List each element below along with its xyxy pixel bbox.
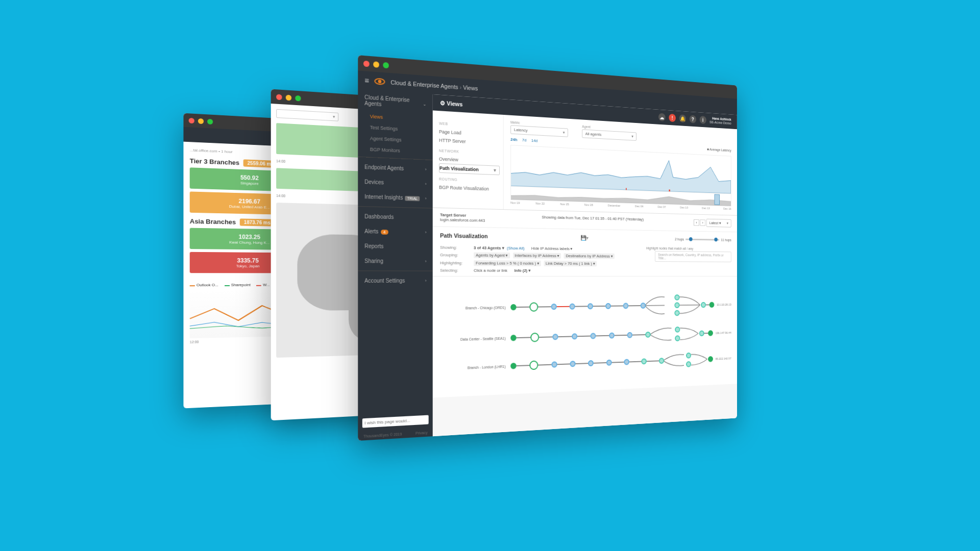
thousandeyes-logo-icon: [375, 78, 385, 85]
agent-select[interactable]: All agents: [582, 129, 636, 141]
hop-node[interactable]: [587, 303, 593, 309]
path-london: Branch - London (LHR1): [440, 349, 731, 380]
hamburger-icon[interactable]: ≡: [364, 76, 369, 85]
pv-filters: Highlight nodes that match all / any Sea…: [433, 242, 737, 277]
hop-node[interactable]: [553, 334, 558, 340]
hop-node[interactable]: [591, 333, 596, 339]
hop-node[interactable]: [686, 353, 691, 359]
hl-delay[interactable]: Link Delay > 70 ms ( 1 link ) ▾: [544, 261, 597, 266]
latency-chart[interactable]: [510, 145, 731, 194]
cloud-icon[interactable]: ☁: [658, 113, 666, 121]
vnav-path-visualization[interactable]: Path Visualization: [439, 163, 500, 175]
hop-node[interactable]: [659, 358, 664, 364]
hop-node[interactable]: [701, 302, 706, 308]
path-diagram[interactable]: Branch - Chicago (ORD1): [433, 277, 737, 398]
dropdown[interactable]: [276, 109, 338, 121]
agent-node[interactable]: [510, 335, 516, 341]
hop-node[interactable]: [624, 359, 629, 365]
tab-24h[interactable]: 24h: [510, 137, 517, 142]
hop-node[interactable]: [699, 331, 704, 337]
hop-node[interactable]: [642, 358, 647, 364]
latest-select[interactable]: Latest ▾: [706, 219, 731, 228]
sidebar-item-dashboards[interactable]: Dashboards: [358, 209, 433, 225]
hop-node[interactable]: [605, 303, 611, 309]
close-icon[interactable]: [276, 94, 282, 100]
main-content: ⚙ Views ☁ ! 🔔 ? i Hans AshlockSE-Acme De…: [433, 94, 737, 436]
hop-node[interactable]: [572, 333, 577, 339]
agent-node[interactable]: [510, 304, 516, 310]
svg-rect-0: [669, 190, 670, 192]
chevron-down-icon: ⌄: [423, 102, 426, 107]
user-label[interactable]: Hans AshlockSE-Acme Demo: [709, 116, 731, 126]
sidebar: Cloud & Enterprise Agents⌄ Views Test Se…: [358, 89, 433, 441]
latency-pill: 1873.76 ms: [240, 218, 274, 226]
info-dropdown[interactable]: Info (2) ▾: [514, 268, 530, 273]
minimize-icon[interactable]: [373, 61, 379, 68]
hop-node[interactable]: [570, 304, 575, 310]
grouping-interfaces[interactable]: Interfaces by IP Address ▾: [513, 253, 561, 259]
close-icon[interactable]: [363, 60, 370, 67]
nav-next[interactable]: ›: [700, 219, 705, 226]
showing-select[interactable]: 3 of 43 Agents ▾: [474, 245, 504, 251]
hop-node[interactable]: [627, 332, 632, 338]
zoom-icon[interactable]: [207, 118, 213, 124]
hop-node[interactable]: [686, 361, 691, 367]
chart-area: MetricLatency AgentAll agents 24h 7d 14d…: [504, 115, 737, 215]
view-nav: WEB Page Load HTTP Server NETWORK Overvi…: [433, 110, 504, 209]
hop-node[interactable]: [570, 361, 576, 367]
sidebar-item-sharing[interactable]: Sharing›: [358, 254, 433, 269]
sidebar-item-reports[interactable]: Reports: [358, 239, 433, 254]
minimize-icon[interactable]: [286, 94, 291, 101]
hop-slider[interactable]: 2 hops 11 hops: [675, 237, 731, 241]
svg-rect-2: [715, 194, 720, 205]
show-all-link[interactable]: (Show All): [507, 246, 524, 251]
hide-ip-toggle[interactable]: Hide IP Address labels ▾: [531, 246, 573, 251]
hop-node[interactable]: [588, 360, 594, 366]
vnav-bgp-route[interactable]: BGP Route Visualization: [439, 183, 497, 193]
hop-node[interactable]: [623, 303, 629, 309]
hop-node[interactable]: [675, 327, 680, 333]
hop-node[interactable]: [674, 294, 679, 300]
sidebar-item-account-settings[interactable]: Account Settings›: [358, 273, 433, 288]
close-icon[interactable]: [189, 117, 194, 123]
hop-node[interactable]: [674, 302, 679, 308]
tab-14d[interactable]: 14d: [531, 138, 538, 143]
dest-node[interactable]: [709, 302, 715, 308]
hop-node[interactable]: [675, 335, 680, 341]
zoom-icon[interactable]: [295, 95, 301, 101]
zoom-icon[interactable]: [383, 62, 389, 68]
hop-node[interactable]: [530, 333, 539, 342]
alert-icon[interactable]: !: [669, 114, 676, 122]
feedback-input[interactable]: [362, 415, 429, 428]
sidebar-item-devices[interactable]: Devices›: [358, 174, 433, 191]
sidebar-item-internet-insights[interactable]: Internet InsightsTRIAL›: [358, 189, 433, 206]
hop-node[interactable]: [609, 333, 615, 339]
help-icon[interactable]: ?: [690, 115, 696, 123]
grouping-agents[interactable]: Agents by Agent ▾: [474, 252, 510, 258]
sidebar-item-alerts[interactable]: Alerts4›: [358, 223, 433, 239]
dest-node[interactable]: [708, 330, 713, 336]
hop-node[interactable]: [606, 360, 612, 366]
hop-node[interactable]: [551, 304, 557, 310]
info-icon[interactable]: i: [700, 116, 706, 124]
svg-rect-1: [626, 188, 627, 190]
save-icon[interactable]: 💾▾: [581, 235, 589, 240]
agent-node[interactable]: [510, 363, 516, 369]
window-path-visualization: ≡ Cloud & Enterprise Agents › Views Clou…: [358, 55, 737, 441]
bell-icon[interactable]: 🔔: [679, 114, 686, 122]
hop-node[interactable]: [551, 361, 557, 367]
search-input[interactable]: Search on Network, Country, IP address, …: [655, 251, 731, 262]
hop-node[interactable]: [674, 310, 679, 316]
nav-prev[interactable]: ‹: [694, 219, 699, 226]
path-seattle: Data Center - Seattle (SEA1): [440, 323, 731, 350]
breadcrumb: Cloud & Enterprise Agents › Views: [390, 79, 478, 92]
tab-7d[interactable]: 7d: [522, 138, 526, 143]
minimize-icon[interactable]: [198, 118, 204, 123]
hop-node[interactable]: [529, 302, 538, 311]
privacy-link[interactable]: Privacy: [415, 431, 428, 435]
dest-node[interactable]: [708, 356, 713, 362]
grouping-destinations[interactable]: Destinations by IP Address ▾: [564, 253, 615, 259]
hl-loss[interactable]: Forwarding Loss > 5 % ( 0 nodes ) ▾: [474, 260, 541, 266]
hop-node[interactable]: [641, 303, 646, 309]
hop-node[interactable]: [530, 360, 538, 370]
